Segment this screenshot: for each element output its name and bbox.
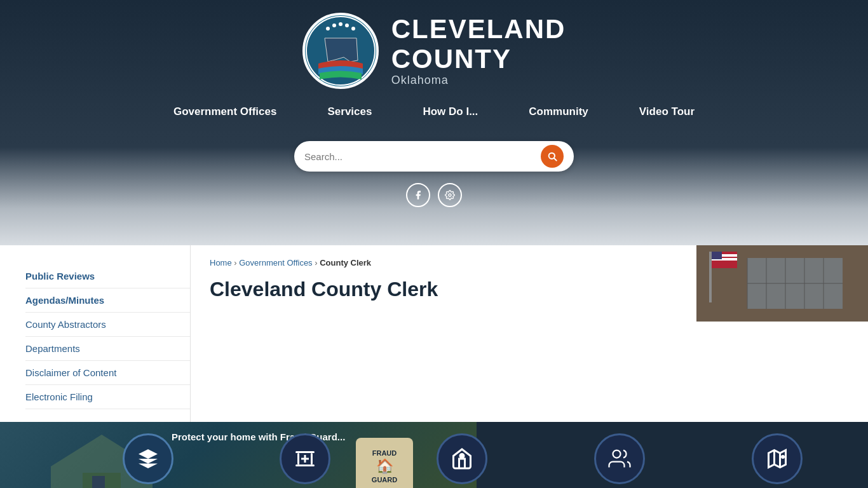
search-bar-container — [294, 141, 574, 172]
sidebar-item-electronic-filing[interactable]: Electronic Filing — [25, 385, 190, 409]
nav-community[interactable]: Community — [529, 102, 588, 123]
svg-marker-31 — [768, 451, 785, 468]
svg-rect-26 — [297, 453, 299, 464]
svg-point-8 — [449, 194, 451, 196]
site-header: CLEVELAND COUNTY Oklahoma Government Off… — [0, 0, 868, 245]
sidebar-item-county-abstractors[interactable]: County Abstractors — [25, 313, 190, 337]
content-image-inner — [696, 245, 868, 322]
facebook-icon[interactable] — [406, 183, 430, 207]
site-subtitle: Oklahoma — [391, 74, 566, 87]
search-button[interactable] — [541, 145, 564, 168]
main-nav: Government Offices Services How Do I... … — [0, 102, 868, 123]
social-icons — [0, 183, 868, 207]
site-name-line2: COUNTY — [391, 44, 566, 74]
quick-link-human-resources[interactable]: Human Resources — [580, 433, 658, 488]
court-clerk-circle — [280, 433, 330, 484]
svg-rect-27 — [311, 453, 313, 464]
logo-area: CLEVELAND COUNTY Oklahoma — [0, 13, 868, 89]
county-clerk-circle — [123, 433, 173, 484]
search-area — [0, 141, 868, 172]
main-content: Home › Government Offices › County Clerk… — [191, 245, 868, 422]
nav-services[interactable]: Services — [327, 102, 372, 123]
svg-point-30 — [613, 451, 620, 458]
svg-line-7 — [554, 158, 557, 161]
breadcrumb-gov-offices[interactable]: Government Offices — [239, 258, 312, 268]
nav-how-do-i[interactable]: How Do I... — [423, 102, 478, 123]
search-input[interactable] — [304, 151, 541, 162]
sidebar: Public Reviews Agendas/Minutes County Ab… — [0, 245, 191, 422]
content-image — [696, 245, 868, 322]
sidebar-item-public-reviews[interactable]: Public Reviews — [25, 264, 190, 288]
quick-link-court-clerk[interactable]: Court Clerk — [267, 433, 343, 488]
content-wrapper: Public Reviews Agendas/Minutes County Ab… — [0, 245, 868, 422]
site-logo — [302, 13, 379, 89]
svg-rect-10 — [709, 252, 712, 302]
breadcrumb-current: County Clerk — [320, 258, 371, 268]
settings-icon[interactable] — [438, 183, 462, 207]
quick-link-county-clerk[interactable]: County Clerk — [110, 433, 186, 488]
breadcrumb-home[interactable]: Home — [210, 258, 232, 268]
site-title: CLEVELAND COUNTY Oklahoma — [391, 15, 566, 86]
human-resources-circle — [594, 433, 645, 484]
svg-point-1 — [326, 27, 330, 30]
site-name-line1: CLEVELAND — [391, 15, 566, 44]
svg-point-34 — [781, 455, 785, 459]
svg-rect-28 — [295, 464, 315, 466]
svg-point-4 — [345, 24, 349, 27]
svg-rect-14 — [712, 252, 722, 259]
quick-links: County Clerk Court Clerk — [0, 422, 868, 488]
quick-link-maps[interactable]: Maps — [739, 433, 815, 488]
assessor-circle — [437, 433, 487, 484]
maps-circle — [752, 433, 803, 484]
sidebar-item-departments[interactable]: Departments — [25, 337, 190, 361]
sidebar-item-disclaimer[interactable]: Disclaimer of Content — [25, 361, 190, 385]
svg-point-29 — [460, 454, 464, 458]
quick-link-assessor[interactable]: Assessor — [424, 433, 500, 488]
nav-government-offices[interactable]: Government Offices — [173, 102, 277, 123]
bottom-section: Protect your home with Fraud Guard... FR… — [0, 422, 868, 488]
svg-point-3 — [339, 22, 342, 26]
nav-video-tour[interactable]: Video Tour — [639, 102, 695, 123]
bottom-bar: Protect your home with Fraud Guard... FR… — [0, 422, 868, 488]
svg-rect-25 — [295, 451, 315, 453]
svg-point-2 — [332, 24, 336, 27]
svg-point-5 — [351, 27, 355, 30]
sidebar-item-agendas-minutes[interactable]: Agendas/Minutes — [25, 288, 190, 313]
